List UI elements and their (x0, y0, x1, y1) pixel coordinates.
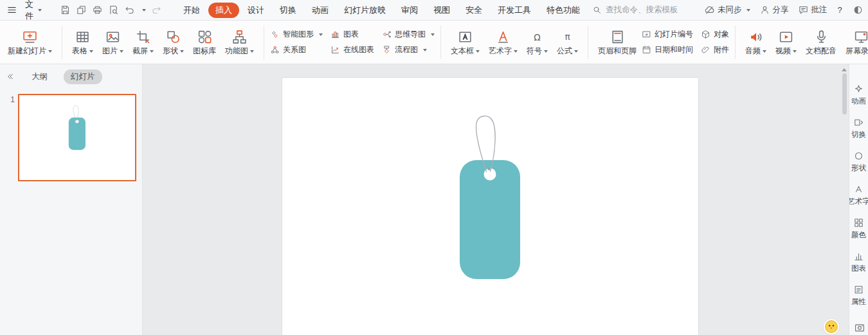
command-search-box[interactable]: 查找命令、搜索模板 (592, 5, 689, 15)
audio-icon (748, 29, 764, 45)
print-icon[interactable] (92, 5, 103, 15)
menubar-right-controls: 未同步 分享 批注 ? (704, 5, 868, 15)
thumbnail-tag-graphic (19, 95, 135, 180)
tab-transition[interactable]: 切换 (273, 3, 303, 18)
tab-insert[interactable]: 插入 (208, 3, 239, 18)
color-icon (853, 217, 864, 228)
sync-status-label: 未同步 (718, 5, 742, 15)
undo-icon[interactable] (124, 5, 135, 15)
shape-tool-icon (853, 150, 864, 161)
vertical-scrollbar[interactable] (841, 66, 847, 335)
output-icon[interactable] (76, 5, 87, 15)
wps-presentation-window: 文件 开始 插入 设计 切换 动画 幻灯片放映 审阅 视图 安全 开发工具 特色… (0, 0, 868, 335)
ribbon-item-shapes[interactable]: 形状 (159, 26, 188, 58)
ribbon-item-function-map[interactable]: 功能图 (221, 26, 258, 58)
slide-number-icon: # (642, 30, 651, 39)
print-preview-icon[interactable] (108, 5, 119, 15)
sidebar-item-wordart[interactable]: 艺术字 (849, 184, 868, 206)
tab-devtools[interactable]: 开发工具 (491, 3, 538, 18)
ribbon-item-new-slide[interactable]: 新建幻灯片 (4, 26, 56, 58)
sidebar-item-properties[interactable]: 属性 (849, 284, 868, 307)
sidebar-item-animation[interactable]: 动画 (849, 84, 868, 106)
ribbon-group-text: 文本框 艺术字 Ω 符号 π 公式 (447, 26, 582, 58)
tab-security[interactable]: 安全 (458, 3, 489, 18)
sync-status-button[interactable]: 未同步 (704, 5, 750, 15)
ribbon-tabs: 开始 插入 设计 切换 动画 幻灯片放映 审阅 视图 安全 开发工具 特色功能 (176, 3, 587, 18)
group-divider (588, 26, 588, 59)
formula-icon: π (559, 29, 575, 45)
redo-icon[interactable] (151, 5, 162, 15)
cloud-off-icon (704, 5, 715, 15)
scroll-up-arrow[interactable] (842, 68, 847, 71)
sidebar-item-transition[interactable]: 切换 (849, 117, 868, 140)
ribbon-item-formula[interactable]: π 公式 (553, 26, 582, 58)
tab-start[interactable]: 开始 (176, 3, 207, 18)
ribbon-item-smart-graphic[interactable]: 智能图形 (270, 29, 323, 40)
sidebar-item-shape[interactable]: 形状 (849, 150, 868, 173)
tab-view[interactable]: 视图 (426, 3, 457, 18)
ribbon-item-audio[interactable]: 音频 (741, 26, 770, 58)
smart-graphic-icon (270, 30, 280, 39)
ribbon-item-online-chart[interactable]: 在线图表 (330, 44, 374, 55)
ribbon-item-textbox[interactable]: 文本框 (447, 26, 484, 58)
ribbon-item-attachment[interactable]: 附件 (701, 44, 729, 55)
tab-review[interactable]: 审阅 (394, 3, 425, 18)
search-placeholder: 查找命令、搜索模板 (606, 5, 678, 15)
ribbon-item-symbol[interactable]: Ω 符号 (523, 26, 552, 58)
file-menu-button[interactable]: 文件 (23, 0, 44, 23)
theme-icon[interactable] (853, 5, 863, 15)
svg-text:π: π (565, 32, 570, 42)
svg-text:#: # (645, 33, 648, 37)
tab-outline[interactable]: 大纲 (24, 69, 55, 84)
tab-slideshow[interactable]: 幻灯片放映 (337, 3, 393, 18)
comment-button[interactable]: 批注 (798, 5, 827, 15)
comment-label: 批注 (811, 5, 827, 15)
ribbon-item-datetime[interactable]: 日期和时间 (642, 44, 693, 55)
tab-special-features[interactable]: 特色功能 (539, 3, 587, 18)
chart-icon (330, 30, 340, 39)
chart-tool-icon (853, 251, 864, 262)
tab-design[interactable]: 设计 (240, 3, 271, 18)
ribbon-item-table[interactable]: 表格 (68, 26, 97, 58)
relation-diagram-icon (270, 45, 280, 55)
ribbon-item-doc-voice[interactable]: 文档配音 (802, 26, 840, 58)
share-icon (759, 5, 770, 15)
sidebar-item-chart[interactable]: 图表 (849, 251, 868, 273)
slide-thumbnail[interactable] (18, 94, 136, 181)
svg-text:Ω: Ω (534, 32, 540, 42)
editing-canvas[interactable] (143, 64, 849, 335)
ribbon-item-slide-number[interactable]: # 幻灯片编号 (642, 29, 693, 40)
sidebar-item-color[interactable]: 颜色 (849, 217, 868, 240)
undo-dropdown-arrow[interactable] (142, 9, 146, 12)
share-button[interactable]: 分享 (759, 5, 789, 15)
ribbon-item-wordart[interactable]: 艺术字 (485, 26, 521, 58)
header-footer-icon (610, 29, 626, 45)
scrollbar-thumb[interactable] (842, 73, 847, 114)
tab-slides[interactable]: 幻灯片 (64, 69, 102, 84)
ribbon-item-video[interactable]: 视频 (772, 26, 800, 58)
photo-tool-button[interactable] (854, 322, 865, 334)
ribbon-item-flowchart[interactable]: 流程图 (382, 44, 435, 55)
tag-shape-graphic[interactable] (282, 78, 698, 335)
collapse-panel-button[interactable] (5, 71, 15, 82)
ribbon-item-object[interactable]: 对象 (701, 29, 729, 40)
tab-animation[interactable]: 动画 (305, 3, 336, 18)
ribbon-item-header-footer[interactable]: 页眉和页脚 (594, 26, 640, 58)
ribbon-item-relation-diagram[interactable]: 关系图 (270, 44, 323, 55)
slide-editing-area[interactable] (282, 78, 698, 335)
right-tool-sidebar: 动画 切换 形状 艺术字 颜色 图表 (849, 64, 868, 335)
wordart-tool-icon (853, 184, 864, 195)
ribbon-item-screen-record[interactable]: 屏幕录制 (842, 26, 868, 58)
hamburger-menu-icon[interactable] (6, 5, 17, 15)
ribbon-item-screenshot[interactable]: 截屏 (129, 26, 158, 58)
ribbon-item-picture[interactable]: 图片 (98, 26, 127, 58)
ribbon-item-icon-library[interactable]: 图标库 (189, 26, 220, 58)
assistant-chick-button[interactable] (822, 317, 841, 335)
help-button[interactable]: ? (836, 5, 844, 15)
ribbon-item-chart[interactable]: 图表 (330, 29, 374, 40)
mindmap-icon (382, 30, 392, 39)
save-icon[interactable] (60, 5, 71, 15)
ribbon-item-mindmap[interactable]: 思维导图 (382, 29, 435, 40)
chevron-down-icon (746, 9, 750, 12)
top-menubar: 文件 开始 插入 设计 切换 动画 幻灯片放映 审阅 视图 安全 开发工具 特色… (0, 0, 868, 21)
